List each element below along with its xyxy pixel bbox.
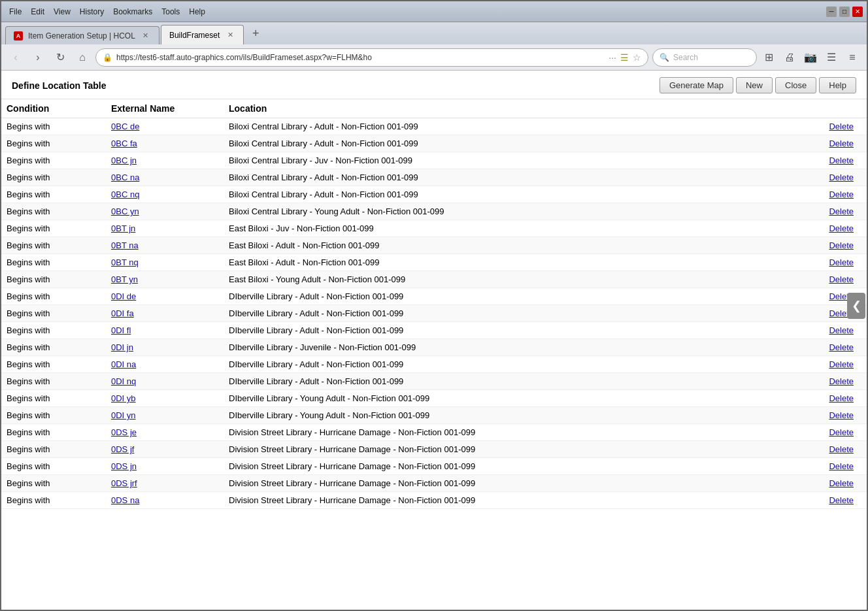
sidebar-toggle-button[interactable]: ❮ <box>847 293 865 319</box>
home-button[interactable]: ⌂ <box>73 48 92 67</box>
delete-link[interactable]: Delete <box>829 342 854 352</box>
external-name-cell[interactable]: 0BC jn <box>106 152 224 169</box>
delete-cell[interactable]: Delete <box>814 118 867 135</box>
new-button[interactable]: New <box>736 77 773 93</box>
delete-cell[interactable]: Delete <box>814 458 867 475</box>
external-name-cell[interactable]: 0BC de <box>106 118 224 135</box>
external-name-link[interactable]: 0BC nq <box>111 190 139 199</box>
delete-link[interactable]: Delete <box>829 223 854 233</box>
tab-close-1[interactable]: ✕ <box>141 31 151 41</box>
menu-help[interactable]: Help <box>185 6 209 18</box>
delete-cell[interactable]: Delete <box>814 254 867 271</box>
delete-cell[interactable]: Delete <box>814 424 867 441</box>
external-name-cell[interactable]: 0DI yn <box>106 407 224 424</box>
external-name-cell[interactable]: 0DI jn <box>106 339 224 356</box>
delete-link[interactable]: Delete <box>829 122 854 131</box>
delete-link[interactable]: Delete <box>829 410 854 420</box>
external-name-cell[interactable]: 0DI yb <box>106 390 224 407</box>
tab-add-button[interactable]: + <box>248 25 263 41</box>
reader-icon[interactable]: ☰ <box>822 48 841 67</box>
delete-cell[interactable]: Delete <box>814 237 867 254</box>
external-name-link[interactable]: 0DI yn <box>111 410 136 420</box>
external-name-cell[interactable]: 0DI na <box>106 356 224 373</box>
external-name-cell[interactable]: 0BT yn <box>106 271 224 288</box>
external-name-link[interactable]: 0DS na <box>111 495 139 505</box>
menu-tools[interactable]: Tools <box>158 6 184 18</box>
external-name-cell[interactable]: 0DS je <box>106 424 224 441</box>
delete-cell[interactable]: Delete <box>814 475 867 492</box>
external-name-link[interactable]: 0DI yb <box>111 393 136 403</box>
external-name-cell[interactable]: 0DS jrf <box>106 475 224 492</box>
menu-edit[interactable]: Edit <box>27 6 48 18</box>
delete-cell[interactable]: Delete <box>814 373 867 390</box>
external-name-cell[interactable]: 0BC yn <box>106 203 224 220</box>
external-name-link[interactable]: 0DS jn <box>111 461 137 471</box>
pocket-icon[interactable]: ☰ <box>620 52 629 63</box>
external-name-cell[interactable]: 0BC nq <box>106 186 224 203</box>
delete-link[interactable]: Delete <box>829 359 854 369</box>
external-name-link[interactable]: 0DS je <box>111 427 137 437</box>
external-name-cell[interactable]: 0BT nq <box>106 254 224 271</box>
delete-link[interactable]: Delete <box>829 376 854 386</box>
external-name-link[interactable]: 0DI fl <box>111 325 131 335</box>
maximize-button[interactable]: □ <box>839 7 850 17</box>
close-window-button[interactable]: ✕ <box>852 7 863 17</box>
menu-bookmarks[interactable]: Bookmarks <box>109 6 156 18</box>
external-name-link[interactable]: 0BT jn <box>111 223 135 233</box>
external-name-link[interactable]: 0DS jrf <box>111 478 137 488</box>
external-name-cell[interactable]: 0DI nq <box>106 373 224 390</box>
external-name-cell[interactable]: 0BC fa <box>106 135 224 152</box>
delete-cell[interactable]: Delete <box>814 390 867 407</box>
external-name-link[interactable]: 0BC de <box>111 122 139 131</box>
external-name-cell[interactable]: 0DS jn <box>106 458 224 475</box>
menu-file[interactable]: File <box>5 6 25 18</box>
delete-cell[interactable]: Delete <box>814 152 867 169</box>
delete-link[interactable]: Delete <box>829 325 854 335</box>
delete-link[interactable]: Delete <box>829 393 854 403</box>
external-name-link[interactable]: 0DI de <box>111 291 136 301</box>
external-name-link[interactable]: 0BT na <box>111 240 139 250</box>
browser-search-box[interactable]: 🔍 Search <box>652 48 757 67</box>
tab-buildframeset[interactable]: BuildFrameset ✕ <box>161 25 244 44</box>
tab-close-2[interactable]: ✕ <box>225 30 235 41</box>
delete-cell[interactable]: Delete <box>814 441 867 458</box>
print-icon[interactable]: 🖨 <box>780 48 799 67</box>
menu-bar[interactable]: File Edit View History Bookmarks Tools H… <box>5 6 209 18</box>
external-name-link[interactable]: 0DI fa <box>111 308 134 318</box>
menu-icon[interactable]: ≡ <box>843 48 861 67</box>
delete-cell[interactable]: Delete <box>814 407 867 424</box>
delete-link[interactable]: Delete <box>829 461 854 471</box>
external-name-link[interactable]: 0DI na <box>111 359 136 369</box>
address-more-button[interactable]: ··· <box>609 52 616 63</box>
tab-item-generation[interactable]: A Item Generation Setup | HCOL ✕ <box>5 26 159 44</box>
external-name-cell[interactable]: 0DS na <box>106 492 224 509</box>
menu-history[interactable]: History <box>76 6 108 18</box>
external-name-link[interactable]: 0BC fa <box>111 139 137 148</box>
forward-button[interactable]: › <box>29 48 47 67</box>
external-name-cell[interactable]: 0BC na <box>106 169 224 186</box>
delete-cell[interactable]: Delete <box>814 169 867 186</box>
external-name-cell[interactable]: 0DI fl <box>106 322 224 339</box>
delete-cell[interactable]: Delete <box>814 186 867 203</box>
external-name-link[interactable]: 0BC jn <box>111 156 137 165</box>
delete-link[interactable]: Delete <box>829 139 854 148</box>
address-bar[interactable]: 🔒 https://test6-staff.auto-graphics.com/… <box>95 48 648 67</box>
delete-link[interactable]: Delete <box>829 190 854 199</box>
bookmark-star-icon[interactable]: ☆ <box>633 52 641 63</box>
external-name-link[interactable]: 0BT yn <box>111 274 138 284</box>
back-button[interactable]: ‹ <box>7 48 25 67</box>
delete-link[interactable]: Delete <box>829 274 854 284</box>
menu-view[interactable]: View <box>50 6 75 18</box>
external-name-link[interactable]: 0BC yn <box>111 206 139 216</box>
delete-cell[interactable]: Delete <box>814 339 867 356</box>
external-name-cell[interactable]: 0DI fa <box>106 305 224 322</box>
delete-link[interactable]: Delete <box>829 240 854 250</box>
external-name-cell[interactable]: 0DS jf <box>106 441 224 458</box>
external-name-link[interactable]: 0DS jf <box>111 444 134 454</box>
library-icon[interactable]: ⊞ <box>760 48 778 67</box>
external-name-link[interactable]: 0BT nq <box>111 257 139 267</box>
delete-cell[interactable]: Delete <box>814 271 867 288</box>
delete-link[interactable]: Delete <box>829 173 854 182</box>
external-name-link[interactable]: 0DI jn <box>111 342 133 352</box>
delete-cell[interactable]: Delete <box>814 203 867 220</box>
